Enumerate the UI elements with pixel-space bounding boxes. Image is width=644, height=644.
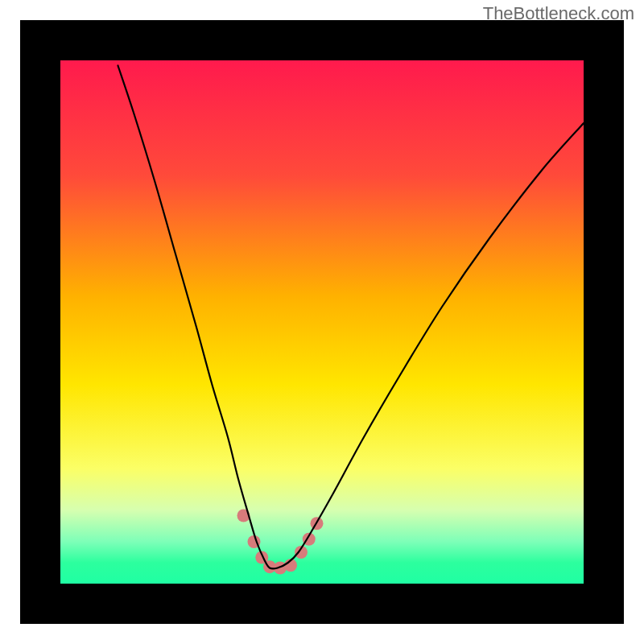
watermark-text: TheBottleneck.com (483, 3, 634, 24)
bottleneck-chart (0, 0, 644, 644)
chart-container: TheBottleneck.com (0, 0, 644, 644)
plot-background (60, 60, 584, 584)
